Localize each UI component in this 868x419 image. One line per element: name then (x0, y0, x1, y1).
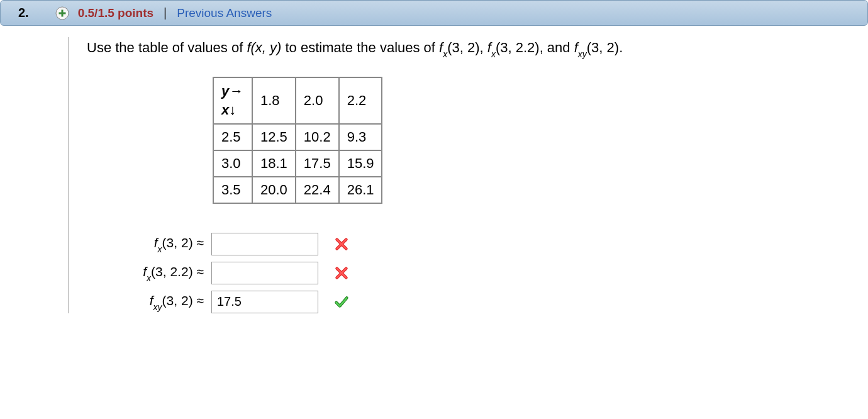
prompt-text: , and (540, 40, 574, 55)
arg-text: (3, 2) (162, 293, 193, 308)
arg-text: (3, 2) (587, 40, 619, 55)
correct-icon (333, 294, 350, 310)
arrow-right-icon: → (229, 83, 243, 99)
answer-row: fxy(3, 2) ≈ (106, 291, 857, 313)
question-prompt: Use the table of values of f(x, y) to es… (87, 37, 857, 59)
question-number: 2. (18, 6, 29, 20)
table-cell: 26.1 (339, 177, 382, 203)
prompt-text: Use the table of values of (87, 40, 247, 55)
approx-symbol: ≈ (196, 293, 204, 308)
x-label: x (221, 102, 229, 118)
table-header-row: y→ x↓ 1.8 2.0 2.2 (213, 77, 382, 123)
approx-symbol: ≈ (196, 235, 204, 250)
table-cell: 20.0 (252, 177, 296, 203)
fx-expr: fx (154, 235, 162, 250)
table-cell: 9.3 (339, 124, 382, 150)
col-header: 2.2 (339, 77, 382, 123)
answer-label: fx(3, 2) ≈ (106, 235, 206, 252)
points-label: 0.5/1.5 points (78, 6, 153, 20)
function-name: f(x, y) (247, 40, 281, 55)
fx-expr: fx (439, 40, 447, 55)
answer-row: fx(3, 2) ≈ (106, 233, 857, 255)
table-cell: 17.5 (296, 150, 339, 177)
approx-symbol: ≈ (196, 264, 204, 279)
table-cell: 12.5 (252, 124, 296, 150)
fxy-expr: fxy (150, 293, 162, 308)
col-header: 2.0 (296, 77, 339, 123)
table-cell: 18.1 (252, 150, 296, 177)
table-cell: 15.9 (339, 150, 382, 177)
col-header: 1.8 (252, 77, 296, 123)
prompt-text: , (480, 40, 487, 55)
table-row: 3.0 18.1 17.5 15.9 (213, 150, 382, 177)
expand-icon[interactable] (55, 6, 69, 20)
answer-input[interactable] (211, 262, 318, 284)
table-cell: 10.2 (296, 124, 339, 150)
separator: | (164, 6, 167, 20)
wrong-icon (333, 236, 350, 252)
fxy-expr: fxy (574, 40, 587, 55)
answer-list: fx(3, 2) ≈ fx(3, 2.2) ≈ (106, 233, 857, 313)
corner-cell: y→ x↓ (213, 77, 252, 123)
row-header: 3.0 (213, 150, 252, 177)
table-row: 2.5 12.5 10.2 9.3 (213, 124, 382, 150)
fx-expr: fx (143, 264, 151, 279)
table-row: 3.5 20.0 22.4 26.1 (213, 177, 382, 203)
wrong-icon (333, 265, 350, 281)
answer-input[interactable] (211, 233, 318, 255)
table-cell: 22.4 (296, 177, 339, 203)
answer-label: fxy(3, 2) ≈ (106, 293, 206, 310)
arrow-down-icon: ↓ (229, 102, 236, 118)
y-label: y (221, 83, 229, 99)
answer-input[interactable] (211, 291, 318, 313)
question-body: Use the table of values of f(x, y) to es… (68, 37, 868, 313)
row-header: 3.5 (213, 177, 252, 203)
arg-text: (3, 2.2) (496, 40, 540, 55)
previous-answers-link[interactable]: Previous Answers (177, 6, 272, 20)
question-header: 2. 0.5/1.5 points | Previous Answers (0, 0, 868, 26)
arg-text: (3, 2) (162, 235, 193, 250)
arg-text: (3, 2.2) (151, 264, 193, 279)
row-header: 2.5 (213, 124, 252, 150)
answer-label: fx(3, 2.2) ≈ (106, 264, 206, 281)
answer-row: fx(3, 2.2) ≈ (106, 262, 857, 284)
fx-expr: fx (487, 40, 496, 55)
data-table: y→ x↓ 1.8 2.0 2.2 2.5 12.5 10.2 9.3 3.0 … (213, 77, 382, 203)
arg-text: (3, 2) (447, 40, 479, 55)
prompt-text: to estimate the values of (281, 40, 439, 55)
prompt-text: . (619, 40, 623, 55)
